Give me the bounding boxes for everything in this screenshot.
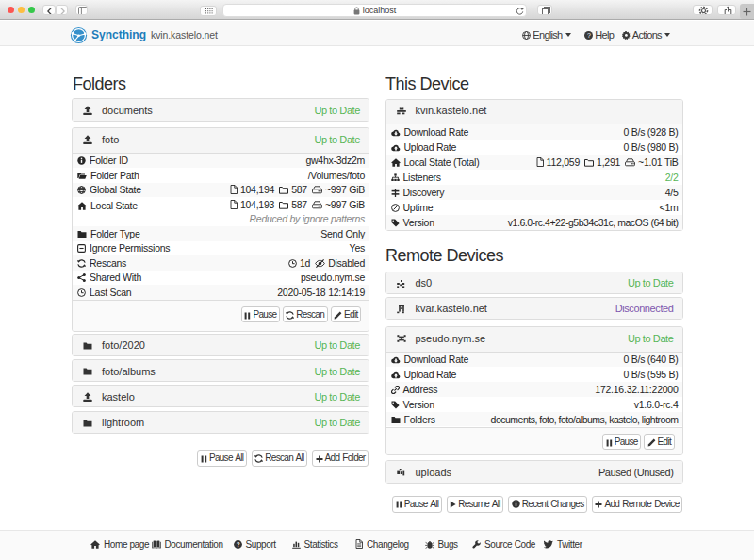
svg-text:?: ?	[236, 541, 239, 548]
